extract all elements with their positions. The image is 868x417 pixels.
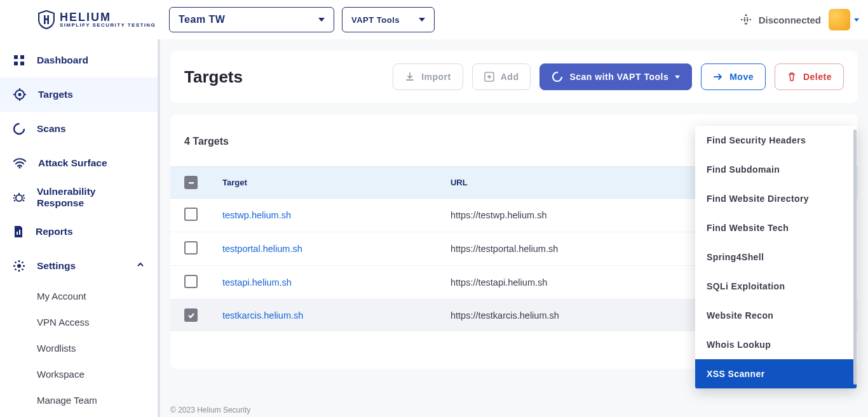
caret-down-icon bbox=[419, 18, 425, 22]
target-url: https://testwp.helium.sh bbox=[440, 199, 731, 232]
scan-menu-item[interactable]: Whois Lookup bbox=[695, 330, 857, 359]
target-link[interactable]: testkarcis.helium.sh bbox=[222, 310, 303, 321]
report-icon bbox=[13, 225, 24, 238]
plus-icon bbox=[484, 72, 494, 82]
sidebar-item-scans[interactable]: Scans bbox=[0, 112, 158, 146]
sidebar-item-reports[interactable]: Reports bbox=[0, 215, 158, 249]
scan-vapt-button[interactable]: Scan with VAPT Tools bbox=[539, 63, 692, 90]
target-url: https://testportal.helium.sh bbox=[440, 232, 731, 266]
svg-rect-13 bbox=[17, 232, 18, 235]
team-select-label: Team TW bbox=[179, 14, 225, 25]
svg-point-11 bbox=[19, 167, 21, 169]
svg-rect-5 bbox=[20, 55, 24, 59]
sidebar-item-label: Settings bbox=[37, 260, 76, 272]
app-header: HELIUM SIMPLIFY SECURITY TESTING Team TW… bbox=[0, 0, 868, 39]
svg-point-10 bbox=[14, 124, 24, 134]
scan-menu-item[interactable]: XSS Scanner bbox=[695, 359, 857, 388]
arrow-right-icon bbox=[713, 72, 723, 82]
avatar bbox=[829, 9, 850, 30]
target-link[interactable]: testwp.helium.sh bbox=[222, 210, 291, 220]
row-checkbox[interactable] bbox=[184, 308, 198, 322]
add-button[interactable]: Add bbox=[472, 63, 531, 90]
sidebar-item-settings[interactable]: Settings bbox=[0, 249, 158, 283]
sidebar-subitem[interactable]: VPN Access bbox=[0, 309, 158, 335]
scan-menu-item[interactable]: Find Website Directory bbox=[695, 184, 857, 213]
brand-tagline: SIMPLIFY SECURITY TESTING bbox=[60, 23, 156, 28]
svg-rect-6 bbox=[14, 62, 18, 65]
sidebar-subitem[interactable]: Workspace bbox=[0, 361, 158, 387]
page-header: Targets Import Add bbox=[170, 51, 858, 103]
svg-rect-4 bbox=[14, 55, 18, 59]
sidebar-item-label: Vulnerability Response bbox=[37, 186, 145, 209]
target-url: https://testapi.helium.sh bbox=[440, 266, 731, 300]
scan-icon bbox=[552, 71, 563, 83]
svg-rect-18 bbox=[189, 182, 194, 183]
scan-menu-item[interactable]: Find Security Headers bbox=[695, 126, 857, 155]
svg-point-17 bbox=[553, 72, 562, 81]
move-button[interactable]: Move bbox=[701, 63, 766, 90]
target-link[interactable]: testapi.helium.sh bbox=[222, 277, 292, 288]
main: Targets Import Add bbox=[160, 39, 868, 417]
caret-down-icon bbox=[318, 18, 325, 22]
user-menu[interactable] bbox=[829, 9, 859, 30]
import-button[interactable]: Import bbox=[393, 63, 463, 90]
tools-select[interactable]: VAPT Tools bbox=[342, 7, 435, 32]
svg-point-15 bbox=[17, 264, 21, 268]
chevron-up-icon bbox=[136, 260, 145, 272]
svg-point-9 bbox=[18, 93, 22, 96]
sidebar-subitem[interactable]: My Account bbox=[0, 283, 158, 309]
targets-count: 4 Targets bbox=[184, 136, 229, 147]
footer: © 2023 Helium Security bbox=[160, 400, 868, 417]
sidebar-subitem[interactable]: Manage Team bbox=[0, 387, 158, 413]
scan-menu-item[interactable]: Website Recon bbox=[695, 301, 857, 330]
select-all-checkbox[interactable] bbox=[184, 176, 198, 189]
col-url[interactable]: URL bbox=[440, 167, 731, 199]
brand-shield-icon bbox=[38, 10, 55, 29]
sidebar-item-label: Targets bbox=[38, 89, 73, 100]
svg-rect-2 bbox=[44, 18, 49, 20]
trash-icon bbox=[787, 72, 797, 82]
scan-menu-item[interactable]: Spring4Shell bbox=[695, 242, 857, 272]
import-icon bbox=[405, 72, 415, 82]
sidebar-item-dashboard[interactable]: Dashboard bbox=[0, 43, 158, 77]
sidebar-item-label: Attack Surface bbox=[38, 157, 107, 169]
svg-point-12 bbox=[16, 195, 22, 201]
wifi-icon bbox=[13, 157, 27, 169]
sidebar: DashboardTargetsScansAttack SurfaceVulne… bbox=[0, 39, 160, 417]
scan-icon bbox=[13, 122, 25, 135]
globe-icon bbox=[740, 13, 752, 26]
sidebar-item-label: Reports bbox=[36, 226, 73, 237]
scan-menu-item[interactable]: Find Website Tech bbox=[695, 213, 857, 242]
row-checkbox[interactable] bbox=[184, 241, 198, 255]
sidebar-subitem[interactable]: Wordlists bbox=[0, 335, 158, 361]
connection-status-label: Disconnected bbox=[759, 15, 821, 25]
target-link[interactable]: testportal.helium.sh bbox=[222, 244, 302, 254]
svg-rect-14 bbox=[19, 230, 20, 235]
gear-icon bbox=[13, 260, 25, 272]
caret-down-icon bbox=[854, 18, 859, 22]
team-select[interactable]: Team TW bbox=[169, 7, 334, 32]
row-checkbox[interactable] bbox=[184, 275, 198, 288]
sidebar-item-label: Dashboard bbox=[37, 55, 88, 66]
target-icon bbox=[13, 88, 27, 102]
tools-select-label: VAPT Tools bbox=[351, 15, 400, 25]
scan-menu-item[interactable]: Find Subdomain bbox=[695, 155, 857, 184]
sidebar-item-label: Scans bbox=[37, 123, 66, 135]
caret-down-icon bbox=[675, 76, 680, 79]
col-target[interactable]: Target bbox=[212, 167, 440, 199]
connection-status: Disconnected bbox=[740, 13, 821, 26]
page-title: Targets bbox=[184, 67, 243, 87]
scan-menu-item[interactable]: SQLi Exploitation bbox=[695, 272, 857, 301]
dashboard-icon bbox=[13, 54, 25, 67]
sidebar-item-attack-surface[interactable]: Attack Surface bbox=[0, 146, 158, 180]
sidebar-item-targets[interactable]: Targets bbox=[0, 77, 158, 112]
row-checkbox[interactable] bbox=[184, 208, 198, 221]
brand: HELIUM SIMPLIFY SECURITY TESTING bbox=[9, 10, 161, 29]
brand-name: HELIUM bbox=[60, 11, 156, 23]
target-url: https://testkarcis.helium.sh bbox=[440, 300, 731, 331]
scan-tools-menu: Find Security HeadersFind SubdomainFind … bbox=[695, 126, 857, 388]
sidebar-item-vuln-response[interactable]: Vulnerability Response bbox=[0, 180, 158, 215]
svg-rect-7 bbox=[20, 62, 24, 65]
delete-button[interactable]: Delete bbox=[775, 63, 844, 90]
bug-icon bbox=[13, 191, 25, 204]
